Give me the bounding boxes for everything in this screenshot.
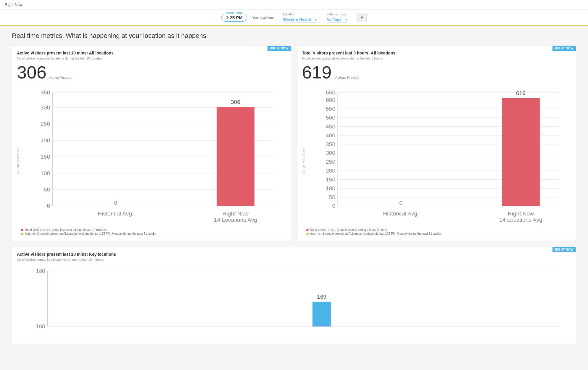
card3-chart-area: 160 180 169 <box>17 265 571 340</box>
time-wrapper: RIGHT NOW 1:25 PM Your local time <box>221 14 273 22</box>
svg-text:250: 250 <box>326 159 335 165</box>
app-title: Right Now <box>5 2 22 7</box>
svg-text:350: 350 <box>326 141 335 147</box>
card3-badge: RIGHT NOW <box>552 247 576 252</box>
svg-text:100: 100 <box>326 185 335 192</box>
card1-badge: RIGHT NOW <box>268 46 291 51</box>
card2-bar <box>502 98 539 206</box>
page-heading: Real time metrics: What is happening at … <box>12 32 576 40</box>
svg-text:250: 250 <box>41 121 50 127</box>
location-dropdown-group: Location Western Health ▼ <box>283 12 317 22</box>
card2-legend-text-1: No of visitors in ALL group locations du… <box>310 228 387 231</box>
card1-number-row: 306 Active Visitors <box>17 64 286 81</box>
card1-legend-item-1: No of visitors in ALL group locations du… <box>21 228 286 231</box>
card2-chart: NO OF VISITORS 0 50 100 150 200 <box>302 86 571 236</box>
svg-text:300: 300 <box>41 104 50 111</box>
card1-y-axis-label: NO OF VISITORS <box>17 86 20 236</box>
card1-legend: No of visitors in ALL group locations du… <box>21 228 286 235</box>
svg-text:Historical Avg.: Historical Avg. <box>383 210 419 217</box>
svg-text:Right Now: Right Now <box>508 210 534 217</box>
location-label: Location <box>283 12 317 16</box>
svg-text:0: 0 <box>114 200 117 206</box>
card2-big-number: 619 <box>302 64 332 81</box>
svg-text:100: 100 <box>41 170 50 176</box>
svg-text:350: 350 <box>41 89 50 96</box>
filter-tags-group: Filter by Tags No Tags ▼ <box>327 12 348 22</box>
filter-tags-select[interactable]: No Tags <box>327 17 348 22</box>
card3-svg: 160 180 169 <box>17 265 571 339</box>
card1-subtitle: No of visitors across all locations duri… <box>17 57 286 60</box>
svg-text:650: 650 <box>326 89 335 96</box>
svg-text:200: 200 <box>326 168 335 174</box>
svg-text:50: 50 <box>44 186 50 193</box>
card2-legend-item-2: Avg. no. of people present at ALL group … <box>306 232 571 235</box>
svg-text:150: 150 <box>326 176 335 183</box>
card2-subtitle: No of visitors across all locations duri… <box>302 57 571 60</box>
svg-text:0: 0 <box>399 200 402 206</box>
card1-big-number: 306 <box>17 64 46 81</box>
card1-svg: 0 50 100 150 200 250 300 <box>21 86 286 225</box>
card3-chart: 160 180 169 <box>17 265 571 340</box>
svg-text:0: 0 <box>47 203 50 209</box>
card3-subtitle: No of visitors across key locations duri… <box>17 258 571 261</box>
filter-button[interactable]: ▼ <box>357 13 367 22</box>
card2-legend-dot-1 <box>306 229 309 231</box>
svg-text:500: 500 <box>326 115 335 121</box>
svg-text:180: 180 <box>36 268 45 274</box>
card2-big-number-label: Visitors Present <box>334 75 359 80</box>
top-bar: Right Now <box>0 0 588 9</box>
svg-text:450: 450 <box>326 123 335 130</box>
location-select[interactable]: Western Health <box>283 17 317 22</box>
filter-tags-dropdown-wrapper[interactable]: No Tags ▼ <box>327 17 348 22</box>
time-label: Your local time <box>252 16 274 19</box>
card-active-visitors-key: RIGHT NOW Active Visitors present last 1… <box>12 247 576 345</box>
svg-text:150: 150 <box>41 154 50 160</box>
svg-text:200: 200 <box>41 137 50 144</box>
svg-text:600: 600 <box>326 97 335 103</box>
card3-bar <box>312 302 331 326</box>
location-dropdown-wrapper[interactable]: Western Health ▼ <box>283 17 317 22</box>
card1-chart: NO OF VISITORS 0 50 100 150 <box>17 86 286 236</box>
card1-title: Active Visitors present last 10 mins: Al… <box>17 51 286 55</box>
svg-text:400: 400 <box>326 132 335 139</box>
card2-legend: No of visitors in ALL group locations du… <box>306 228 571 235</box>
svg-text:619: 619 <box>516 90 525 96</box>
card-total-visitors-all: RIGHT NOW Total Visitors present last 3 … <box>297 46 576 241</box>
svg-text:50: 50 <box>329 194 335 200</box>
svg-text:Right Now: Right Now <box>223 210 249 217</box>
card2-y-axis-label: NO OF VISITORS <box>302 86 305 236</box>
svg-text:14 Locations Avg: 14 Locations Avg <box>214 217 257 223</box>
svg-text:550: 550 <box>326 106 335 112</box>
card2-title: Total Visitors present last 3 hours: All… <box>302 51 571 55</box>
card2-legend-text-2: Avg. no. of people present at ALL group … <box>310 232 442 235</box>
page-content: Real time metrics: What is happening at … <box>0 26 588 351</box>
svg-text:Historical Avg.: Historical Avg. <box>98 210 133 217</box>
card1-legend-dot-1 <box>21 229 23 231</box>
svg-text:160: 160 <box>36 323 45 329</box>
right-now-badge-small: RIGHT NOW <box>225 12 244 15</box>
card1-legend-text-1: No of visitors in ALL group locations du… <box>25 228 107 231</box>
card2-badge: RIGHT NOW <box>552 46 576 51</box>
svg-text:14 Locations Avg: 14 Locations Avg <box>499 217 542 223</box>
card-active-visitors-all: RIGHT NOW Active Visitors present last 1… <box>12 46 291 241</box>
filter-icon: ▼ <box>360 15 364 20</box>
card3-title: Active Visitors present last 10 mins: Ke… <box>17 252 571 257</box>
card2-legend-dot-2 <box>306 233 309 235</box>
svg-text:169: 169 <box>317 294 326 300</box>
card2-chart-area: 0 50 100 150 200 250 300 <box>306 86 571 236</box>
top-cards-row: RIGHT NOW Active Visitors present last 1… <box>12 46 576 241</box>
card2-legend-item-1: No of visitors in ALL group locations du… <box>306 228 571 231</box>
controls-bar: RIGHT NOW 1:25 PM Your local time Locati… <box>0 9 588 26</box>
card1-big-number-label: Active Visitors <box>49 75 72 80</box>
svg-text:0: 0 <box>332 203 335 209</box>
card2-svg: 0 50 100 150 200 250 300 <box>306 86 571 225</box>
card1-legend-text-2: Avg. no. of people present at ALL group … <box>25 232 156 235</box>
card1-bar <box>217 107 254 206</box>
card1-legend-dot-2 <box>21 233 23 235</box>
time-pill: RIGHT NOW 1:25 PM <box>221 14 247 22</box>
card2-number-row: 619 Visitors Present <box>302 64 571 81</box>
card1-legend-item-2: Avg. no. of people present at ALL group … <box>21 232 286 235</box>
svg-text:306: 306 <box>231 99 240 105</box>
current-time: 1:25 PM <box>226 15 243 20</box>
filter-tags-label: Filter by Tags <box>327 12 348 16</box>
